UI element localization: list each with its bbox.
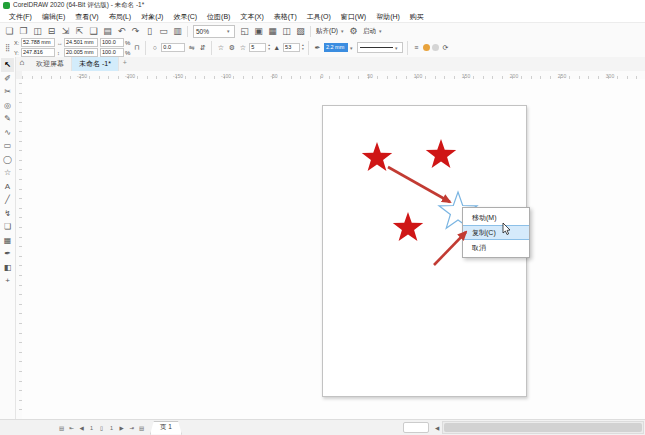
next-page-icon[interactable]: ▶ [117, 425, 126, 431]
spinner-arrows-icon[interactable]: ▴▾ [302, 44, 304, 51]
show-page-border-icon[interactable]: ▣ [252, 24, 265, 38]
more-tools-button[interactable]: + [1, 274, 14, 288]
export-icon[interactable]: ⇱ [73, 24, 86, 38]
paper-portrait-icon[interactable]: ▯ [143, 24, 156, 38]
star-sharpness-field[interactable]: 53 [283, 43, 300, 52]
scale-vertical-field[interactable]: 100.0 [100, 48, 124, 57]
object-width-field[interactable]: 24.501 mm [64, 38, 98, 47]
menu-item[interactable]: 购买 [405, 12, 429, 22]
drawing-canvas[interactable]: 移动(M) 复制(C) 取消 [22, 79, 645, 420]
crop-tool[interactable]: ✂ [1, 85, 14, 99]
paper-landscape-icon[interactable]: ▭ [157, 24, 170, 38]
import-icon[interactable]: ⇲ [59, 24, 72, 38]
freehand-tool[interactable]: ✎ [1, 112, 14, 126]
total-page-number[interactable]: 1 [107, 425, 116, 431]
save-icon[interactable]: ◫ [31, 24, 44, 38]
menu-item[interactable]: 效果(C) [168, 12, 202, 22]
page-sorter-icon[interactable]: ◫ [280, 24, 293, 38]
last-page-icon[interactable]: ⇥ [127, 425, 136, 431]
propbar-separator [145, 41, 146, 55]
pick-tool[interactable]: ↖ [1, 58, 14, 72]
percent-label: % [125, 40, 130, 46]
print-icon[interactable]: ⊟ [45, 24, 58, 38]
menu-item[interactable]: 查看(V) [70, 12, 103, 22]
shape-tool[interactable]: ✐ [1, 72, 14, 86]
options-gear-icon[interactable]: ⚙ [347, 24, 360, 38]
text-tool[interactable]: A [1, 180, 14, 194]
page-icon[interactable]: ▯ [97, 425, 106, 431]
artistic-media-tool[interactable]: ∿ [1, 126, 14, 140]
rotation-angle-field[interactable]: 0.0 [161, 43, 185, 52]
page-tab[interactable]: 页 1 [150, 421, 182, 435]
document-tab[interactable]: 欢迎屏幕 [29, 57, 72, 71]
zoom-tool[interactable]: ◎ [1, 99, 14, 113]
add-page-icon[interactable]: ▤ [137, 425, 146, 431]
star-shape-icon[interactable]: ☆ [216, 44, 225, 52]
context-menu-item[interactable]: 取消 [463, 240, 529, 255]
context-menu-item[interactable]: 复制(C) [463, 225, 529, 240]
fullscreen-preview-icon[interactable]: ◱ [238, 24, 251, 38]
zoom-level-combo[interactable]: 50% ▾ [193, 25, 235, 38]
welcome-screen-icon[interactable]: ▧ [294, 24, 307, 38]
line-style-combo[interactable]: ▾ [357, 42, 403, 53]
interactive-fill-tool[interactable]: ◧ [1, 261, 14, 275]
document-tab[interactable]: 未命名 -1* [72, 57, 119, 71]
transparency-tool[interactable]: ▦ [1, 234, 14, 248]
page-flip-icon[interactable]: ▤ [57, 425, 66, 431]
draw-units-icon[interactable]: ▥ [171, 24, 184, 38]
copy-icon[interactable]: ❑ [87, 24, 100, 38]
menu-item[interactable]: 表格(T) [269, 12, 302, 22]
menu-item[interactable]: 窗口(W) [336, 12, 371, 22]
enhanced-view-icon[interactable]: ▦ [266, 24, 279, 38]
context-menu-item[interactable]: 移动(M) [463, 210, 529, 225]
x-position-field[interactable]: 52.788 mm [21, 38, 55, 47]
ellipse-tool[interactable]: ◯ [1, 153, 14, 167]
current-page-number[interactable]: 1 [87, 425, 96, 431]
home-icon[interactable]: ⌂ [15, 57, 29, 71]
menu-item[interactable]: 文件(F) [4, 12, 37, 22]
redo-icon[interactable]: ↷ [129, 24, 142, 38]
menu-item[interactable]: 对象(J) [136, 12, 168, 22]
object-height-field[interactable]: 20.005 mm [64, 48, 98, 57]
quick-customize-icon[interactable] [423, 44, 430, 51]
wrap-text-icon[interactable]: ≡ [412, 44, 421, 51]
chevron-down-icon: ▾ [379, 28, 384, 34]
outline-width-field[interactable]: 2.2 mm [324, 43, 348, 52]
open-icon[interactable]: ❐ [17, 24, 30, 38]
dimension-tool[interactable]: ╱ [1, 193, 14, 207]
menu-item[interactable]: 文本(X) [235, 12, 268, 22]
secondary-customize-icon[interactable] [432, 44, 439, 51]
mirror-horizontal-icon[interactable]: ⇋ [187, 44, 196, 52]
rectangle-tool[interactable]: ▭ [1, 139, 14, 153]
view-navigator-button[interactable] [403, 422, 429, 433]
eyedropper-tool[interactable]: ✒ [1, 247, 14, 261]
mirror-vertical-icon[interactable]: ⇵ [198, 44, 207, 52]
star-points-field[interactable]: 5 [249, 43, 266, 52]
refresh-icon[interactable]: ⟳ [441, 44, 450, 52]
paste-icon[interactable]: ▤ [101, 24, 114, 38]
scroll-left-icon[interactable]: ◀ [432, 425, 442, 431]
chevron-down-icon[interactable]: ▾ [350, 45, 355, 51]
y-position-field[interactable]: 247.816 mm [21, 48, 55, 57]
menu-item[interactable]: 帮助(H) [371, 12, 405, 22]
spinner-arrows-icon[interactable]: ▴▾ [268, 44, 270, 51]
snap-dropdown[interactable]: 贴齐(D) [314, 27, 340, 36]
polygon-tool[interactable]: ☆ [1, 166, 14, 180]
menu-item[interactable]: 工具(O) [302, 12, 336, 22]
horizontal-scrollbar[interactable] [442, 421, 644, 434]
prev-page-icon[interactable]: ◀ [77, 425, 86, 431]
launch-dropdown[interactable]: 启动 [361, 27, 378, 36]
menu-item[interactable]: 位图(B) [202, 12, 235, 22]
new-tab-button[interactable]: + [119, 57, 131, 71]
scrollbar-thumb[interactable] [444, 423, 642, 432]
lock-ratio-icon[interactable]: ⊓ [132, 44, 141, 52]
menu-item[interactable]: 布局(L) [104, 12, 137, 22]
drop-shadow-tool[interactable]: ❏ [1, 220, 14, 234]
connector-tool[interactable]: ↯ [1, 207, 14, 221]
complex-star-icon[interactable]: ⚙ [227, 44, 236, 52]
undo-icon[interactable]: ↶ [115, 24, 128, 38]
menu-item[interactable]: 编辑(E) [37, 12, 70, 22]
scale-horizontal-field[interactable]: 100.0 [100, 38, 124, 47]
new-document-icon[interactable]: ❏ [3, 24, 16, 38]
first-page-icon[interactable]: ⇤ [67, 425, 76, 431]
